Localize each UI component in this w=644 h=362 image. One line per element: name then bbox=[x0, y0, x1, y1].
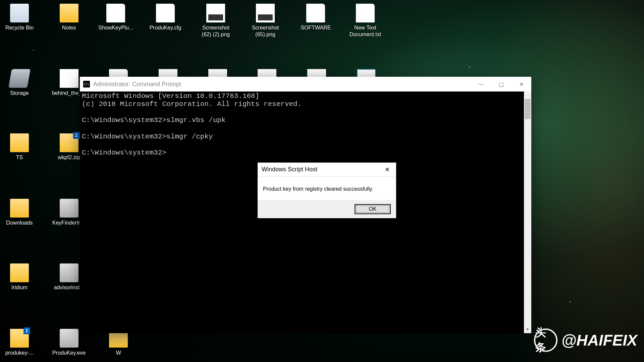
file-icon bbox=[156, 4, 175, 22]
desktop-icon[interactable]: Recycle Bin bbox=[3, 4, 36, 32]
desktop-icon[interactable]: New Text Document.txt bbox=[348, 4, 382, 39]
folder-icon bbox=[10, 263, 29, 282]
zip-icon: Z bbox=[60, 133, 78, 152]
cmd-title: Administrator: Command Prompt bbox=[93, 81, 471, 88]
close-button[interactable]: ✕ bbox=[511, 77, 531, 92]
desktop-icon[interactable]: TS bbox=[3, 133, 36, 161]
recycle-icon bbox=[10, 4, 29, 22]
cmd-icon: C:\ bbox=[83, 81, 90, 87]
desktop-icon-label: SOFTWARE bbox=[301, 24, 331, 32]
minimize-button[interactable]: — bbox=[471, 77, 491, 92]
scroll-down-icon[interactable]: ▼ bbox=[524, 326, 531, 333]
zip-icon: Z bbox=[10, 329, 29, 348]
folder-icon bbox=[10, 133, 29, 152]
desktop-icon-label: wkpf2.zip bbox=[58, 154, 80, 161]
folder-icon bbox=[10, 199, 29, 218]
desktop-icon-label: W bbox=[116, 350, 121, 357]
file-icon bbox=[106, 4, 125, 22]
maximize-button[interactable]: ▢ bbox=[491, 77, 511, 92]
zip-badge-icon: Z bbox=[23, 327, 30, 334]
desktop-icon[interactable]: Notes bbox=[52, 4, 86, 32]
watermark: 头条 @HAIFEIX bbox=[534, 328, 637, 352]
desktop-icon-label: ProduKey.cfg bbox=[150, 24, 181, 32]
storage-icon bbox=[8, 69, 31, 88]
file-icon bbox=[306, 4, 325, 22]
desktop-icon[interactable]: Zprodukey-... bbox=[3, 329, 36, 357]
cmd-text: Microsoft Windows [Version 10.0.17763.16… bbox=[82, 92, 529, 157]
desktop-icon[interactable]: ShowKeyPlu... bbox=[99, 4, 132, 32]
script-host-dialog[interactable]: Windows Script Host ✕ Product key from r… bbox=[258, 163, 396, 218]
desktop-icon-label: Notes bbox=[62, 24, 76, 32]
desktop-icon[interactable]: Iridium bbox=[3, 263, 36, 291]
desktop-icon-label: Storage bbox=[10, 90, 29, 97]
file-dark-icon bbox=[60, 69, 78, 88]
png-icon bbox=[256, 4, 275, 22]
dialog-footer: OK bbox=[258, 200, 396, 218]
desktop-icon-label: ProduKey.exe bbox=[52, 350, 86, 357]
desktop-icon-label: New Text Document.txt bbox=[348, 24, 382, 39]
folder-icon bbox=[60, 4, 78, 22]
dialog-body: Product key from registry cleared succes… bbox=[258, 177, 396, 200]
file-icon bbox=[356, 4, 375, 22]
desktop-icon-label: Downloads bbox=[6, 220, 33, 227]
scrollbar[interactable]: ▲ ▼ bbox=[524, 92, 531, 333]
dialog-title: Windows Script Host bbox=[262, 166, 382, 173]
desktop-icon-label: ShowKeyPlu... bbox=[98, 24, 133, 32]
desktop-icon[interactable]: ProduKey.cfg bbox=[149, 4, 182, 32]
desktop-icon-label: Iridium bbox=[11, 284, 28, 291]
ok-button[interactable]: OK bbox=[355, 204, 391, 214]
desktop-icon[interactable]: Downloads bbox=[3, 199, 36, 227]
exe-icon bbox=[60, 263, 78, 282]
scroll-thumb[interactable] bbox=[525, 99, 531, 119]
desktop-icon[interactable]: Screenshot (65).png bbox=[249, 4, 282, 39]
desktop-icon-label: Screenshot (62) (2).png bbox=[199, 24, 232, 39]
desktop-icon-label: Screenshot (65).png bbox=[249, 24, 282, 39]
exe-icon bbox=[60, 329, 78, 348]
dialog-titlebar[interactable]: Windows Script Host ✕ bbox=[258, 163, 396, 177]
watermark-logo-icon: 头条 bbox=[534, 328, 557, 352]
cmd-titlebar[interactable]: C:\ Administrator: Command Prompt — ▢ ✕ bbox=[80, 77, 531, 92]
desktop-icon[interactable]: SOFTWARE bbox=[299, 4, 332, 32]
watermark-text: @HAIFEIX bbox=[561, 331, 637, 349]
dialog-message: Product key from registry cleared succes… bbox=[263, 186, 391, 192]
desktop-icon[interactable]: Storage bbox=[3, 69, 36, 97]
zip-badge-icon: Z bbox=[73, 132, 80, 139]
exe-icon bbox=[60, 199, 78, 218]
desktop-icon[interactable]: Screenshot (62) (2).png bbox=[199, 4, 232, 39]
desktop-icon-label: TS bbox=[16, 154, 23, 161]
desktop-icon-label: produkey-... bbox=[5, 350, 34, 357]
desktop-icon-label: Recycle Bin bbox=[5, 24, 34, 32]
dialog-close-button[interactable]: ✕ bbox=[382, 165, 392, 175]
png-icon bbox=[206, 4, 225, 22]
window-controls: — ▢ ✕ bbox=[471, 77, 531, 92]
